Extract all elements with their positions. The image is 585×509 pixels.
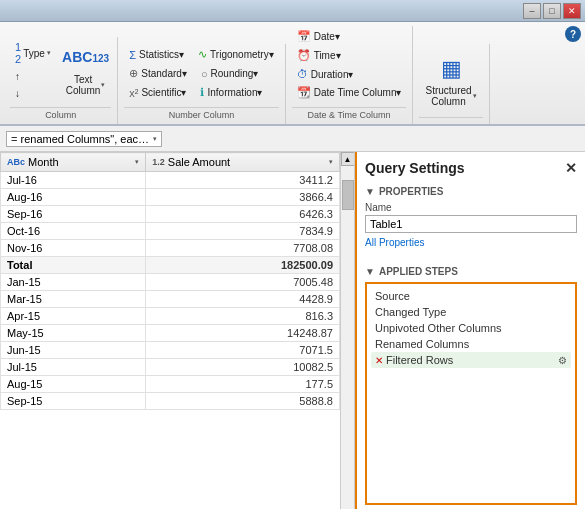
steps-triangle: ▼ [365, 266, 375, 277]
step-settings-icon[interactable]: ⚙ [558, 355, 567, 366]
applied-step-item[interactable]: Renamed Columns [371, 336, 571, 352]
month-cell: Aug-15 [1, 376, 146, 393]
step-left: Unpivoted Other Columns [375, 322, 502, 334]
month-cell: Jul-15 [1, 359, 146, 376]
table-row: Sep-166426.3 [1, 206, 340, 223]
trigonometry-button[interactable]: ∿ Trigonometry▾ [193, 46, 279, 63]
rounding-icon: ○ [201, 68, 208, 80]
close-button[interactable]: ✕ [563, 3, 581, 19]
month-col-icon: ABc [7, 157, 25, 167]
help-icon[interactable]: ? [565, 26, 581, 42]
step-label: Filtered Rows [386, 354, 453, 366]
table-row: Jun-157071.5 [1, 342, 340, 359]
scrollbar[interactable]: ▲ ▼ [340, 152, 354, 509]
information-icon: ℹ [200, 86, 204, 99]
amount-col-label: Sale Amount [168, 156, 230, 168]
formula-bar: = renamed Columns", each ([Salesperson] … [0, 126, 585, 152]
type-button[interactable]: 12 Type ▾ [10, 39, 56, 67]
amount-cell: 10082.5 [146, 359, 340, 376]
step-delete-icon[interactable]: ✕ [375, 355, 383, 366]
applied-step-item[interactable]: Unpivoted Other Columns [371, 320, 571, 336]
name-field-label: Name [365, 202, 577, 213]
amount-cell: 14248.87 [146, 325, 340, 342]
amount-cell: 3411.2 [146, 172, 340, 189]
duration-button[interactable]: ⏱ Duration▾ [292, 66, 407, 82]
maximize-button[interactable]: □ [543, 3, 561, 19]
step-left: Source [375, 290, 410, 302]
amount-cell: 177.5 [146, 376, 340, 393]
standard-button[interactable]: ⊕ Standard▾ [124, 65, 192, 82]
scroll-up-arrow[interactable]: ▲ [341, 152, 355, 166]
rounding-label: Rounding▾ [211, 68, 259, 79]
datetime-column-icon: 📆 [297, 86, 311, 99]
scientific-label: Scientific▾ [141, 87, 186, 98]
sort-desc-button[interactable]: ↓ [10, 86, 56, 101]
scientific-icon: x² [129, 87, 138, 99]
date-button[interactable]: 📅 Date▾ [292, 28, 407, 45]
formula-dropdown-arrow: ▾ [153, 135, 157, 143]
applied-step-item[interactable]: ✕Filtered Rows⚙ [371, 352, 571, 368]
month-cell: Apr-15 [1, 308, 146, 325]
month-col-label: Month [28, 156, 59, 168]
qs-properties-title: ▼ PROPERTIES [365, 186, 577, 197]
applied-step-item[interactable]: Changed Type [371, 304, 571, 320]
amount-cell: 7834.9 [146, 223, 340, 240]
step-label: Renamed Columns [375, 338, 469, 350]
structured-group-label [419, 117, 482, 120]
table-row: Total182500.09 [1, 257, 340, 274]
scientific-button[interactable]: x² Scientific▾ [124, 84, 191, 101]
structured-column-button[interactable]: ▦ StructuredColumn ▾ [419, 46, 482, 115]
structured-dropdown-icon: ▾ [473, 92, 477, 100]
step-label: Unpivoted Other Columns [375, 322, 502, 334]
month-cell: Jan-15 [1, 274, 146, 291]
ribbon-group-structured: ▦ StructuredColumn ▾ [413, 44, 489, 124]
rounding-button[interactable]: ○ Rounding▾ [196, 65, 263, 82]
amount-col-dropdown[interactable]: ▾ [329, 158, 333, 166]
qs-applied-steps-section: ▼ APPLIED STEPS SourceChanged TypeUnpivo… [365, 266, 577, 505]
qs-close-button[interactable]: ✕ [565, 160, 577, 176]
month-cell: Mar-15 [1, 291, 146, 308]
table-row: Sep-155888.8 [1, 393, 340, 410]
number-column-group-label: Number Column [124, 107, 278, 120]
datetime-column-button[interactable]: 📆 Date Time Column▾ [292, 84, 407, 101]
duration-label: Duration▾ [311, 69, 354, 80]
amount-cell: 6426.3 [146, 206, 340, 223]
amount-column-header[interactable]: 1.2 Sale Amount ▾ [146, 153, 340, 172]
month-cell: May-15 [1, 325, 146, 342]
month-cell: Sep-16 [1, 206, 146, 223]
sort-asc-button[interactable]: ↑ [10, 69, 56, 84]
table-row: May-1514248.87 [1, 325, 340, 342]
table-row: Nov-167708.08 [1, 240, 340, 257]
text-column-button[interactable]: ABC123 TextColumn ▾ [60, 40, 111, 100]
amount-cell: 7708.08 [146, 240, 340, 257]
standard-label: Standard▾ [141, 68, 187, 79]
month-col-dropdown[interactable]: ▾ [135, 158, 139, 166]
qs-title: Query Settings [365, 160, 465, 176]
column-group-label: Column [10, 107, 111, 120]
step-left: Renamed Columns [375, 338, 469, 350]
time-button[interactable]: ⏰ Time▾ [292, 47, 407, 64]
table-row: Oct-167834.9 [1, 223, 340, 240]
month-cell: Oct-16 [1, 223, 146, 240]
all-properties-link[interactable]: All Properties [365, 237, 577, 248]
information-button[interactable]: ℹ Information▾ [195, 84, 267, 101]
amount-cell: 3866.4 [146, 189, 340, 206]
statistics-button[interactable]: Σ Statistics▾ [124, 46, 189, 63]
structured-column-label: StructuredColumn ▾ [425, 85, 476, 107]
main-area: ABc Month ▾ 1.2 Sale Amount ▾ [0, 152, 585, 509]
month-cell: Sep-15 [1, 393, 146, 410]
scroll-thumb[interactable] [342, 180, 354, 210]
name-input[interactable] [365, 215, 577, 233]
month-cell: Jul-16 [1, 172, 146, 189]
sort-asc-icon: ↑ [15, 71, 20, 82]
applied-step-item[interactable]: Source [371, 288, 571, 304]
minimize-button[interactable]: – [523, 3, 541, 19]
properties-triangle: ▼ [365, 186, 375, 197]
time-icon: ⏰ [297, 49, 311, 62]
month-cell: Nov-16 [1, 240, 146, 257]
title-bar: – □ ✕ [0, 0, 585, 22]
formula-dropdown[interactable]: = renamed Columns", each ([Salesperson] … [6, 131, 162, 147]
qs-properties-section: ▼ PROPERTIES Name All Properties [365, 186, 577, 256]
qs-steps-title: ▼ APPLIED STEPS [365, 266, 577, 277]
month-column-header[interactable]: ABc Month ▾ [1, 153, 146, 172]
